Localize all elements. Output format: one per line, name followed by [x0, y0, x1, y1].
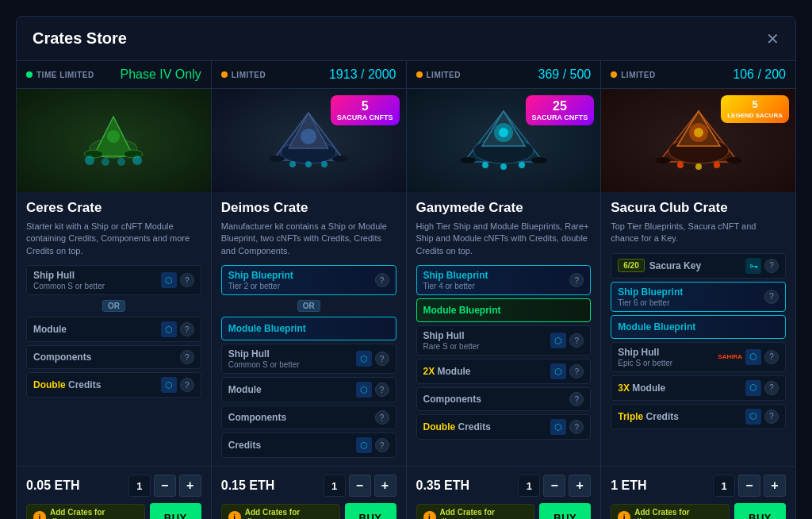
svg-point-5 [85, 156, 94, 165]
item-icons: ⬡? [550, 333, 584, 348]
buy-button[interactable]: BUY [734, 503, 786, 519]
cnft-badge: 5 SACURA cNFTs [331, 95, 400, 125]
badge-label: TIME LIMITED [36, 71, 94, 79]
question-icon[interactable]: ? [180, 350, 194, 364]
question-icon[interactable]: ? [180, 273, 194, 287]
card-name: Deimos Crate [221, 200, 396, 216]
question-icon[interactable]: ? [375, 410, 389, 425]
item-icons: ⬡? [745, 409, 779, 425]
question-icon[interactable]: ? [180, 322, 194, 336]
badge-dot [611, 71, 617, 78]
question-icon[interactable]: ? [375, 438, 389, 452]
question-icon[interactable]: ? [569, 333, 584, 348]
card-desc: Starter kit with a Ship or cNFT Module c… [26, 221, 201, 257]
badge-count: 369 / 500 [538, 67, 592, 82]
item-label-group: Components [423, 394, 481, 405]
item-sub: Tier 6 or better [618, 298, 683, 307]
info-icon: i [33, 511, 46, 519]
item-label-group: Ship Hull Common S or better [33, 270, 105, 290]
question-icon[interactable]: ? [764, 381, 779, 395]
cnft-legend-badge: 5 LEGEND SACURA [721, 95, 789, 123]
module-icon: ⬡ [550, 419, 566, 435]
qty-minus-button[interactable]: − [738, 475, 760, 497]
question-icon[interactable]: ? [764, 290, 779, 304]
badge-dot [26, 71, 33, 78]
svg-point-27 [519, 162, 525, 168]
item-label-group: Components [228, 412, 286, 423]
question-icon[interactable]: ? [180, 378, 194, 392]
item-sub: Rare S or better [423, 342, 480, 351]
buy-button[interactable]: BUY [345, 503, 396, 519]
item-sub: Common S or better [228, 360, 300, 369]
card-body: Ganymede Crate High Tier Ship and Module… [407, 192, 601, 466]
cnft-num: 5 [337, 98, 393, 113]
cnft-label: SACURA cNFTs [532, 113, 588, 121]
svg-point-4 [107, 130, 120, 143]
qty-plus-button[interactable]: + [179, 475, 201, 497]
buy-button[interactable]: BUY [539, 503, 591, 519]
question-icon[interactable]: ? [375, 273, 389, 287]
question-icon[interactable]: ? [764, 259, 779, 273]
item-label-group: Module Blueprint [423, 305, 501, 316]
qty-plus-button[interactable]: + [764, 475, 786, 497]
card-footer: 0.05 ETH 1 − + i Add Crates for discount… [17, 466, 211, 519]
question-icon[interactable]: ? [764, 350, 779, 364]
item-label-group: Components [33, 352, 91, 363]
item-name: Components [423, 394, 481, 405]
item-label-group: Module Blueprint [618, 321, 695, 333]
cards-container: TIME LIMITED Phase IV Only Ceres Crate S… [17, 61, 795, 519]
badge-limited: LIMITED [221, 71, 266, 79]
discount-text: Add Crates for discount [245, 508, 333, 519]
item-icons: ? [180, 350, 194, 364]
discount-info: i Add Crates for discount [611, 504, 730, 519]
buy-button[interactable]: BUY [150, 503, 201, 519]
question-icon[interactable]: ? [569, 420, 584, 434]
qty-minus-button[interactable]: − [154, 475, 176, 497]
item-row: 3X Module ⬡? [611, 375, 786, 401]
badge-label: LIMITED [621, 71, 656, 79]
card-sacura: LIMITED 106 / 200 5 LEGEND SACURA Sacura… [601, 61, 795, 519]
question-icon[interactable]: ? [569, 392, 584, 406]
item-name: Double Credits [33, 379, 101, 390]
svg-point-6 [102, 158, 109, 166]
price-row: 0.15 ETH 1 − + [221, 475, 396, 497]
qty-minus-button[interactable]: − [349, 475, 371, 497]
qty-display: 1 [324, 475, 346, 497]
items-list: Ship Blueprint Tier 4 or better ? Module… [416, 265, 592, 458]
qty-plus-button[interactable]: + [374, 475, 396, 497]
qty-display: 1 [128, 475, 151, 497]
item-name: 3X Module [618, 383, 665, 394]
qty-controls: 1 − + [713, 475, 786, 497]
item-icons: ⬡? [550, 363, 584, 379]
question-icon[interactable]: ? [375, 352, 389, 366]
question-icon[interactable]: ? [375, 383, 389, 397]
module-icon: ⬡ [745, 409, 761, 425]
item-label-group: Module Blueprint [228, 323, 306, 334]
discount-row: i Add Crates for discount BUY [416, 503, 592, 519]
close-button[interactable]: ✕ [766, 31, 779, 47]
svg-point-37 [714, 162, 720, 168]
svg-point-7 [117, 158, 125, 166]
question-icon[interactable]: ? [764, 409, 779, 424]
qty-plus-button[interactable]: + [569, 475, 591, 497]
question-icon[interactable]: ? [569, 364, 584, 379]
item-row: Components ? [26, 345, 201, 369]
badge-time-limited: TIME LIMITED [26, 71, 94, 79]
items-list: Ship Hull Common S or better ⬡? OR Modul… [26, 265, 201, 458]
discount-info: i Add Crates for discount [221, 504, 340, 519]
item-row: Ship Blueprint Tier 2 or better ? [221, 265, 396, 295]
item-name: Ship Hull [618, 347, 672, 358]
item-row: Ship Hull Common S or better ⬡? [26, 265, 201, 295]
item-icons: ? [375, 410, 389, 425]
item-label-group: 2X Module [423, 366, 471, 377]
svg-point-22 [499, 128, 508, 137]
svg-point-12 [301, 129, 316, 144]
modal-title: Crates Store [33, 29, 127, 48]
price-row: 0.35 ETH 1 − + [416, 475, 592, 497]
question-icon[interactable]: ? [569, 273, 584, 287]
info-icon: i [423, 511, 436, 519]
qty-minus-button[interactable]: − [543, 475, 565, 497]
item-icons: ⬡? [161, 377, 194, 393]
item-icons: 🗝? [745, 258, 779, 274]
item-icons: ⬡? [356, 382, 389, 398]
